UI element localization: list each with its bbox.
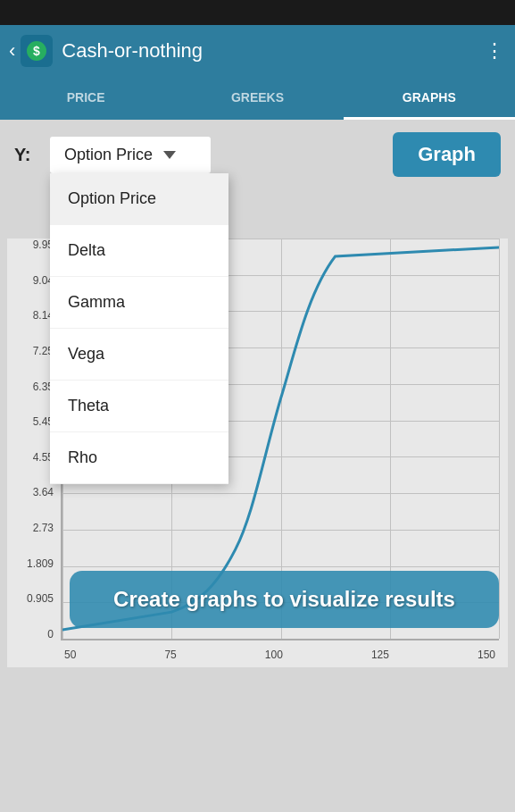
x-label-4: 150 xyxy=(478,649,495,661)
main-content: Y: Option Price Graph Option Price Delta… xyxy=(0,120,515,812)
app-title: Cash-or-nothing xyxy=(62,39,485,63)
svg-text:$: $ xyxy=(33,44,40,58)
dropdown-arrow-icon xyxy=(163,151,176,159)
status-bar xyxy=(0,0,515,25)
y-label-9: 1.809 xyxy=(27,557,54,570)
dropdown-item-rho[interactable]: Rho xyxy=(50,432,228,484)
grid-v-4 xyxy=(499,239,500,639)
tab-bar: PRICE GREEKS GRAPHS xyxy=(0,77,515,120)
x-label-0: 50 xyxy=(64,649,76,661)
tab-graphs[interactable]: GRAPHS xyxy=(344,77,515,120)
back-icon[interactable]: ‹ xyxy=(9,39,15,63)
y-label: Y: xyxy=(14,145,39,165)
y-label-10: 0.905 xyxy=(27,592,54,605)
dropdown-item-delta[interactable]: Delta xyxy=(50,225,228,277)
y-dropdown-button[interactable]: Option Price xyxy=(50,137,211,173)
x-label-3: 125 xyxy=(371,649,389,661)
x-label-2: 100 xyxy=(265,649,283,661)
tab-greeks[interactable]: GREEKS xyxy=(171,77,343,120)
tooltip-text: Create graphs to visualize results xyxy=(113,587,455,612)
app-icon: $ xyxy=(21,35,53,67)
y-dropdown-value: Option Price xyxy=(64,146,153,164)
title-bar: ‹ $ Cash-or-nothing ⋮ xyxy=(0,25,515,77)
dropdown-item-option-price[interactable]: Option Price xyxy=(50,173,228,225)
menu-dots[interactable]: ⋮ xyxy=(485,39,506,63)
x-label-1: 75 xyxy=(164,649,176,661)
y-label-11: 0 xyxy=(47,628,54,640)
dropdown-item-gamma[interactable]: Gamma xyxy=(50,277,228,329)
graph-button[interactable]: Graph xyxy=(393,132,501,177)
tab-price[interactable]: PRICE xyxy=(0,77,171,120)
y-label-8: 2.73 xyxy=(33,522,54,534)
dropdown-item-vega[interactable]: Vega xyxy=(50,329,228,381)
tooltip-banner: Create graphs to visualize results xyxy=(70,571,499,628)
dropdown-item-theta[interactable]: Theta xyxy=(50,381,228,432)
x-axis-labels: 50 75 100 125 150 xyxy=(61,642,499,667)
dropdown-menu: Option Price Delta Gamma Vega Theta Rho xyxy=(50,173,228,484)
y-label-7: 3.64 xyxy=(33,486,54,498)
